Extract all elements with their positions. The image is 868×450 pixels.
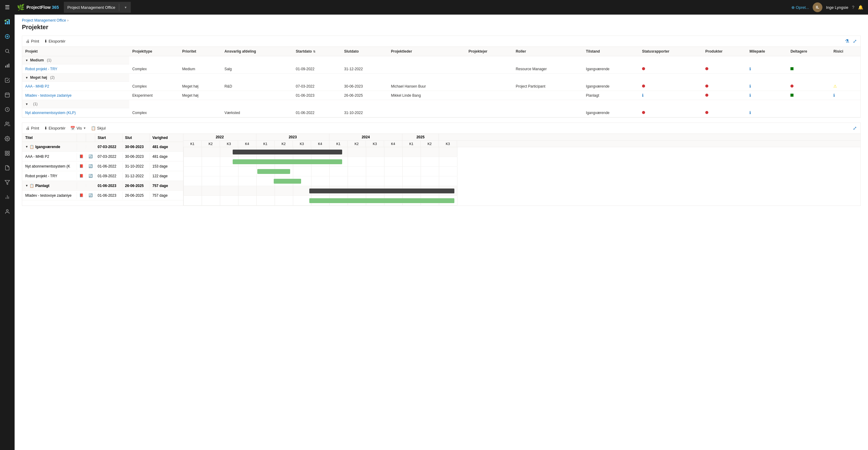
gantt-print-button[interactable]: 🖨 Print xyxy=(26,126,39,130)
gantt-cell-clock-icon: 🔄 xyxy=(86,153,95,160)
gantt-group-expand-icon[interactable]: ▼ xyxy=(25,184,28,187)
nav-filter[interactable] xyxy=(0,175,14,190)
gantt-col-icon2 xyxy=(86,134,95,142)
nav-home[interactable] xyxy=(0,29,14,44)
group-expand-icon[interactable]: ▼ xyxy=(25,76,28,79)
sort-icon[interactable]: ⇅ xyxy=(313,50,315,53)
gantt-grid-line xyxy=(275,186,275,195)
svg-rect-8 xyxy=(7,64,8,67)
gantt-grid-line xyxy=(256,167,257,176)
nav-contacts[interactable] xyxy=(0,204,14,219)
cell-statusrapporter xyxy=(639,82,702,91)
gantt-grid-line xyxy=(366,167,366,176)
export-button[interactable]: ⬇ Eksportér xyxy=(44,39,66,43)
gantt-bar-row xyxy=(183,147,457,157)
gantt-year-cell: 2024 xyxy=(330,134,402,140)
nav-timer[interactable] xyxy=(0,102,14,117)
expand-view-icon[interactable]: ⤢ xyxy=(853,38,857,44)
site-selector[interactable]: Project Management Office ▼ xyxy=(64,2,131,13)
project-link[interactable]: Nyt abonnementssystem (KLP) xyxy=(25,111,76,115)
gantt-quarter-header: K1K2K3K4K1K2K3K4K1K2K3K4K1K2K3 xyxy=(183,141,860,147)
gantt-row-title: AAA - MHB P2 xyxy=(25,155,49,159)
nav-people[interactable] xyxy=(0,117,14,131)
nav-search[interactable] xyxy=(0,44,14,58)
site-name-label: Project Management Office xyxy=(67,5,115,10)
gantt-bar[interactable] xyxy=(232,150,342,155)
gantt-quarter-cell: K1 xyxy=(183,141,202,147)
gantt-grid-line xyxy=(238,186,239,195)
gantt-grid-line xyxy=(311,167,311,176)
gantt-bar[interactable] xyxy=(309,198,454,203)
status-dot-red xyxy=(705,94,708,97)
gantt-cell-title: ▼📋Igangværende xyxy=(22,143,77,151)
group-row-cell: ▼ Medium(1) xyxy=(22,56,129,64)
table-row: Mladev - testovoye zadaniye Eksperiment … xyxy=(22,91,860,100)
svg-rect-17 xyxy=(5,154,7,155)
gantt-grid-line xyxy=(238,167,239,176)
gantt-grid-line xyxy=(202,167,202,176)
gantt-cell-start: 01-09-2022 xyxy=(95,172,123,180)
gantt-row-title: Mladev - testovoye zadaniye xyxy=(25,193,71,198)
gantt-group-expand-icon[interactable]: ▼ xyxy=(25,145,28,149)
gantt-quarter-cell: K4 xyxy=(311,141,330,147)
nav-tasks[interactable] xyxy=(0,73,14,88)
gantt-bar-row xyxy=(183,167,457,176)
cell-risici: ⚠ xyxy=(830,82,860,91)
cell-projektejer xyxy=(465,91,513,100)
project-link[interactable]: AAA - MHB P2 xyxy=(25,84,49,89)
gantt-vis-arrow: ▼ xyxy=(83,127,86,130)
notification-icon[interactable]: 🔔 xyxy=(858,5,863,10)
user-name-label[interactable]: Inge Lyngsie xyxy=(826,5,848,10)
group-label: Medium xyxy=(30,58,44,62)
svg-rect-10 xyxy=(5,93,9,97)
cell-startdato: 01-09-2022 xyxy=(293,64,341,73)
nav-settings[interactable] xyxy=(0,131,14,146)
gantt-export-button[interactable]: ⬇ Eksportér xyxy=(44,126,66,130)
breadcrumb[interactable]: Project Management Office › xyxy=(22,18,861,23)
gantt-vis-button[interactable]: 📅 Vis ▼ xyxy=(70,126,86,130)
group-expand-icon[interactable]: ▼ xyxy=(25,102,28,106)
gantt-cell-varighed: 481 dage xyxy=(150,143,174,151)
gantt-year-cell: 2023 xyxy=(256,134,330,140)
gantt-row-title: Robot projekt - TRY xyxy=(25,174,58,178)
breadcrumb-parent: Project Management Office xyxy=(22,18,66,23)
cell-deltagere xyxy=(787,64,830,73)
filter-icon[interactable]: ⚗ xyxy=(845,38,849,44)
gantt-bar[interactable] xyxy=(274,179,301,184)
gantt-col-varighed: Varighed xyxy=(150,134,174,142)
gantt-expand-icon[interactable]: ⤢ xyxy=(853,126,857,131)
table-row: AAA - MHB P2 Complex Meget høj R&D 07-03… xyxy=(22,82,860,91)
nav-analytics[interactable] xyxy=(0,58,14,73)
gantt-cell-title: Robot projekt - TRY xyxy=(22,172,77,180)
gantt-grid-line xyxy=(384,167,384,176)
cell-produkter xyxy=(702,82,746,91)
gantt-cell-clock-icon: 🔄 xyxy=(86,192,95,199)
gantt-group-title: Igangværende xyxy=(35,145,60,149)
gantt-left-row: Robot projekt - TRY 📕 🔄 01-09-2022 31-12… xyxy=(22,171,183,181)
gantt-bar[interactable] xyxy=(232,159,342,164)
nav-bar-chart[interactable] xyxy=(0,190,14,204)
print-button[interactable]: 🖨 Print xyxy=(26,39,39,43)
create-button[interactable]: ⊕ Opret... xyxy=(792,5,809,10)
svg-rect-14 xyxy=(5,151,7,153)
cell-produkter xyxy=(702,108,746,117)
nav-document[interactable] xyxy=(0,161,14,175)
gantt-bar[interactable] xyxy=(257,169,290,174)
hamburger-button[interactable]: ☰ xyxy=(0,0,14,14)
project-link[interactable]: Robot projekt - TRY xyxy=(25,67,58,71)
app-name: 🌿 ProjectFlow 365 xyxy=(17,4,59,11)
nav-reports[interactable] xyxy=(0,146,14,161)
gantt-grid-line xyxy=(183,176,184,186)
project-link[interactable]: Mladev - testovoye zadaniye xyxy=(25,93,71,98)
status-dot-red xyxy=(642,111,645,114)
gantt-skjul-button[interactable]: 📋 Skjul xyxy=(91,126,105,130)
gantt-group-title: Planlagt xyxy=(35,184,50,188)
cell-projektejer xyxy=(465,64,513,73)
help-icon[interactable]: ? xyxy=(852,5,854,10)
nav-calendar[interactable] xyxy=(0,88,14,102)
group-expand-icon[interactable]: ▼ xyxy=(25,59,28,62)
gantt-bar[interactable] xyxy=(309,189,454,193)
user-avatar[interactable]: IL xyxy=(813,2,823,12)
app-logo[interactable] xyxy=(0,14,14,29)
status-dot-red xyxy=(705,67,708,70)
